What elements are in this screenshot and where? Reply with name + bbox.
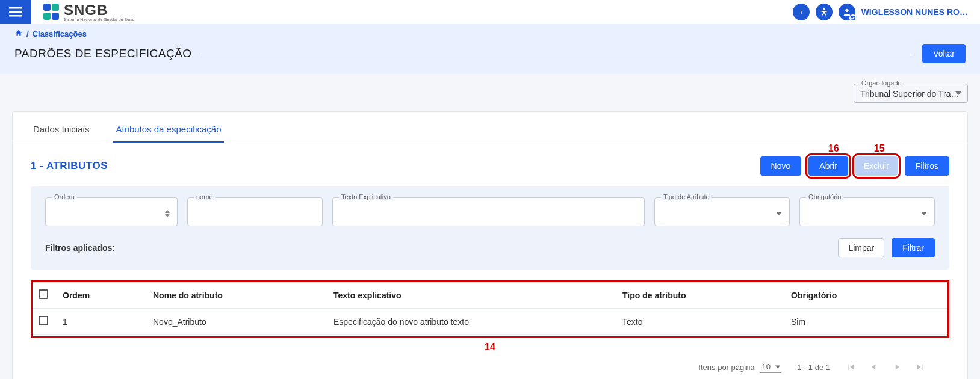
page-size-select[interactable]: 10 (760, 361, 781, 373)
app-logo: SNGB Sistema Nacional de Gestão de Bens (43, 3, 134, 22)
th-texto[interactable]: Texto explicativo (327, 282, 616, 309)
main-card: Dados Iniciais Atributos da especificaçã… (12, 111, 968, 379)
svg-rect-2 (9, 15, 22, 17)
filtrar-button[interactable]: Filtrar (892, 238, 935, 257)
breadcrumb-item[interactable]: Classificações (33, 29, 87, 39)
table-row[interactable]: 1 Novo_Atributo Especificação do novo at… (33, 309, 947, 335)
th-nome[interactable]: Nome do atributo (147, 282, 327, 309)
tab-atributos[interactable]: Atributos da especificação (113, 112, 223, 143)
obrigatorio-input[interactable] (807, 209, 921, 218)
texto-label: Texto Explicativo (339, 193, 393, 200)
orgao-value: Tribunal Superior do Tra… (860, 89, 961, 99)
hamburger-icon (9, 7, 22, 17)
annotation-16: 16 (828, 143, 839, 154)
cell-obrig: Sim (785, 309, 947, 335)
cell-nome: Novo_Atributo (147, 309, 327, 335)
table-wrap: Ordem Nome do atributo Texto explicativo… (31, 280, 949, 373)
tipo-label: Tipo de Atributo (661, 193, 712, 200)
logo-subtitle: Sistema Nacional de Gestão de Bens (64, 17, 134, 22)
tabs: Dados Iniciais Atributos da especificaçã… (13, 112, 967, 143)
tab-dados-iniciais[interactable]: Dados Iniciais (31, 112, 91, 143)
svg-point-5 (823, 8, 825, 10)
obrigatorio-field[interactable]: Obrigatório (799, 197, 935, 226)
topbar-actions: i WIGLESSON NUNES RO… (793, 4, 980, 20)
title-divider (202, 54, 913, 54)
nome-input[interactable] (195, 209, 315, 218)
nome-field[interactable]: nome (187, 197, 323, 226)
username[interactable]: WIGLESSON NUNES RO… (861, 7, 968, 17)
excluir-button[interactable]: Excluir (855, 156, 898, 176)
breadcrumb: / Classificações (14, 29, 966, 39)
back-button[interactable]: Voltar (922, 44, 966, 63)
prev-page-icon[interactable] (869, 362, 879, 372)
home-icon[interactable] (14, 29, 23, 39)
subheader: / Classificações PADRÕES DE ESPECIFICAÇÃ… (0, 24, 980, 74)
attributes-table: Ordem Nome do atributo Texto explicativo… (33, 282, 947, 335)
tipo-input[interactable] (662, 209, 776, 218)
info-icon[interactable]: i (793, 4, 810, 20)
nome-label: nome (194, 193, 216, 200)
user-avatar-icon[interactable] (839, 4, 855, 20)
last-page-icon[interactable] (914, 362, 925, 372)
svg-point-6 (845, 9, 848, 12)
pagination: Itens por página 10 1 - 1 de 1 (31, 353, 949, 373)
texto-field[interactable]: Texto Explicativo (332, 197, 645, 226)
first-page-icon[interactable] (846, 362, 857, 372)
filters-applied-label: Filtros aplicados: (45, 243, 115, 253)
cell-texto: Especificação do novo atributo texto (327, 309, 616, 335)
svg-text:i: i (800, 9, 801, 15)
th-tipo[interactable]: Tipo de atributo (616, 282, 785, 309)
breadcrumb-separator: / (26, 29, 29, 39)
page-range: 1 - 1 de 1 (797, 363, 830, 372)
table-highlight-box: Ordem Nome do atributo Texto explicativo… (31, 280, 949, 338)
next-page-icon[interactable] (892, 362, 902, 372)
select-all-checkbox[interactable] (39, 289, 48, 299)
abrir-button[interactable]: Abrir (808, 156, 848, 176)
orgao-select[interactable]: Órgão logado Tribunal Superior do Tra… (854, 84, 968, 103)
items-per-page-label: Itens por página (698, 363, 754, 372)
logo-text: SNGB (64, 3, 134, 17)
obrigatorio-label: Obrigatório (806, 193, 843, 200)
accessibility-icon[interactable] (816, 4, 833, 20)
chevron-down-icon (921, 212, 927, 215)
section-title: 1 - ATRIBUTOS (31, 160, 108, 172)
body-area: Órgão logado Tribunal Superior do Tra… D… (0, 74, 980, 379)
cell-ordem: 1 (57, 309, 147, 335)
th-ordem[interactable]: Ordem (57, 282, 147, 309)
ordem-input[interactable] (53, 209, 165, 218)
action-buttons: 16 15 Novo Abrir Excluir Filtros (760, 156, 949, 176)
tipo-field[interactable]: Tipo de Atributo (654, 197, 790, 226)
chevron-down-icon (776, 212, 782, 215)
texto-input[interactable] (340, 209, 637, 218)
th-obrig[interactable]: Obrigatório (785, 282, 947, 309)
annotation-14: 14 (31, 342, 949, 353)
novo-button[interactable]: Novo (760, 156, 802, 176)
ordem-field[interactable]: Ordem (45, 197, 178, 226)
filter-panel: Ordem nome Texto Explicativo Tipo de Atr… (31, 186, 949, 270)
row-checkbox[interactable] (39, 316, 48, 325)
logo-mark-icon (43, 4, 60, 20)
ordem-label: Ordem (52, 193, 77, 200)
svg-rect-1 (9, 11, 22, 13)
orgao-label: Órgão logado (859, 79, 904, 87)
annotation-15: 15 (874, 143, 885, 154)
limpar-button[interactable]: Limpar (838, 238, 884, 257)
svg-rect-0 (9, 7, 22, 9)
cell-tipo: Texto (616, 309, 785, 335)
page-title: PADRÕES DE ESPECIFICAÇÃO (14, 47, 192, 60)
top-bar: SNGB Sistema Nacional de Gestão de Bens … (0, 0, 980, 24)
stepper-icon[interactable] (165, 210, 170, 217)
filtros-button[interactable]: Filtros (905, 156, 949, 176)
menu-button[interactable] (0, 0, 31, 24)
